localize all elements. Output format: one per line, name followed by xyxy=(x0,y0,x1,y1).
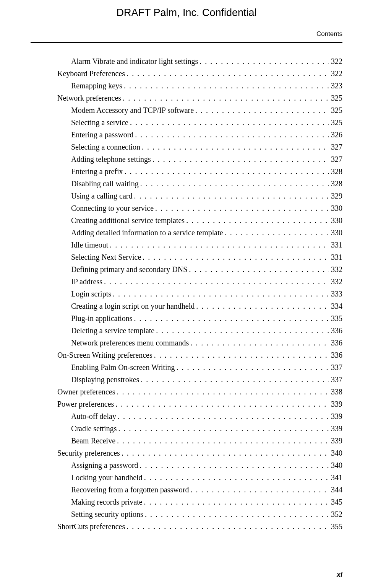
toc-leader xyxy=(128,116,329,129)
header-divider xyxy=(31,42,342,43)
toc-leader xyxy=(154,202,329,214)
toc-page-number: 340 xyxy=(329,447,342,459)
toc-title: Selecting a service xyxy=(71,116,128,129)
toc-title: Login scripts xyxy=(71,288,111,300)
toc-page-number: 345 xyxy=(329,496,342,508)
toc-leader xyxy=(133,190,329,202)
toc-row: Alarm Vibrate and indicator light settin… xyxy=(57,55,342,67)
toc-row: Selecting a service325 xyxy=(57,116,342,129)
toc-row: Network preferences menu commands336 xyxy=(57,337,342,349)
toc-row: Plug-in applications335 xyxy=(57,312,342,324)
toc-title: Network preferences menu commands xyxy=(71,337,189,349)
toc-title: Modem Accessory and TCP/IP software xyxy=(71,104,194,116)
toc-page-number: 331 xyxy=(329,239,342,251)
toc-title: ShortCuts preferences xyxy=(57,520,125,533)
toc-row: Deleting a service template336 xyxy=(57,324,342,337)
toc-page-number: 325 xyxy=(329,92,342,104)
toc-leader xyxy=(108,239,329,251)
toc-title: Security preferences xyxy=(57,447,120,459)
toc-title: Remapping keys xyxy=(71,80,122,92)
toc-leader xyxy=(198,55,329,67)
toc-row: Security preferences340 xyxy=(57,447,342,459)
toc-page-number: 341 xyxy=(329,471,342,484)
toc-row: Adding detailed information to a service… xyxy=(57,226,342,239)
toc-row: Disabling call waiting328 xyxy=(57,178,342,190)
toc-row: Connecting to your service330 xyxy=(57,202,342,214)
toc-leader xyxy=(139,178,329,190)
toc-leader xyxy=(143,496,329,508)
toc-row: Selecting Next Service331 xyxy=(57,251,342,263)
toc-page-number: 325 xyxy=(329,104,342,116)
toc-row: Making records private345 xyxy=(57,496,342,508)
toc-row: Enabling Palm On-screen Writing337 xyxy=(57,361,342,373)
footer-divider xyxy=(31,568,342,568)
toc-page-number: 338 xyxy=(329,386,342,398)
toc-title: Selecting a connection xyxy=(71,141,140,153)
toc-leader xyxy=(154,324,329,337)
toc-page-number: 339 xyxy=(329,435,342,447)
toc-row: Defining primary and secondary DNS332 xyxy=(57,263,342,275)
toc-leader xyxy=(138,459,329,471)
toc-title: IP address xyxy=(71,275,102,288)
toc-page-number: 336 xyxy=(329,349,342,361)
toc-leader xyxy=(120,447,329,459)
toc-leader xyxy=(125,67,329,80)
toc-row: Login scripts333 xyxy=(57,288,342,300)
toc-row: Creating additional service templates330 xyxy=(57,214,342,226)
toc-title: Entering a prefix xyxy=(71,165,123,178)
table-of-contents: Alarm Vibrate and indicator light settin… xyxy=(57,55,342,533)
toc-row: Beam Receive339 xyxy=(57,435,342,447)
toc-leader xyxy=(116,410,329,422)
toc-row: Keyboard Preferences322 xyxy=(57,67,342,80)
toc-page-number: 339 xyxy=(329,398,342,410)
toc-page-number: 330 xyxy=(329,214,342,226)
toc-row: Power preferences339 xyxy=(57,398,342,410)
toc-row: Adding telephone settings327 xyxy=(57,153,342,165)
toc-row: Selecting a connection327 xyxy=(57,141,342,153)
toc-title: Recovering from a forgotten password xyxy=(71,484,189,496)
toc-title: Enabling Palm On-screen Writing xyxy=(71,361,175,373)
toc-title: Adding detailed information to a service… xyxy=(71,226,223,239)
toc-title: Creating additional service templates xyxy=(71,214,185,226)
toc-title: Defining primary and secondary DNS xyxy=(71,263,187,275)
toc-title: Adding telephone settings xyxy=(71,153,151,165)
toc-row: Creating a login script on your handheld… xyxy=(57,300,342,312)
toc-page-number: 330 xyxy=(329,202,342,214)
toc-leader xyxy=(143,471,329,484)
toc-page-number: 339 xyxy=(329,422,342,435)
toc-leader xyxy=(189,337,329,349)
toc-title: Locking your handheld xyxy=(71,471,143,484)
toc-page-number: 340 xyxy=(329,459,342,471)
toc-page-number: 334 xyxy=(329,300,342,312)
toc-title: Connecting to your service xyxy=(71,202,154,214)
toc-leader xyxy=(125,520,329,533)
toc-row: Modem Accessory and TCP/IP software325 xyxy=(57,104,342,116)
toc-page-number: 337 xyxy=(329,361,342,373)
toc-page-number: 336 xyxy=(329,324,342,337)
toc-title: Alarm Vibrate and indicator light settin… xyxy=(71,55,198,67)
toc-page-number: 344 xyxy=(329,484,342,496)
toc-row: Auto-off delay339 xyxy=(57,410,342,422)
toc-page-number: 327 xyxy=(329,153,342,165)
toc-title: Beam Receive xyxy=(71,435,115,447)
toc-title: Cradle settings xyxy=(71,422,117,435)
toc-row: IP address332 xyxy=(57,275,342,288)
toc-title: Owner preferences xyxy=(57,386,115,398)
toc-page-number: 323 xyxy=(329,80,342,92)
toc-page-number: 332 xyxy=(329,275,342,288)
toc-title: Auto-off delay xyxy=(71,410,116,422)
toc-title: Entering a password xyxy=(71,129,133,141)
toc-row: Assigning a password340 xyxy=(57,459,342,471)
toc-row: Owner preferences338 xyxy=(57,386,342,398)
toc-row: Idle timeout331 xyxy=(57,239,342,251)
toc-page-number: 329 xyxy=(329,190,342,202)
toc-page-number: 328 xyxy=(329,178,342,190)
toc-leader xyxy=(223,226,329,239)
toc-row: Locking your handheld341 xyxy=(57,471,342,484)
toc-leader xyxy=(152,349,329,361)
toc-leader xyxy=(123,165,329,178)
toc-page-number: 322 xyxy=(329,67,342,80)
toc-row: Cradle settings339 xyxy=(57,422,342,435)
toc-row: Entering a password326 xyxy=(57,129,342,141)
toc-leader xyxy=(121,92,329,104)
